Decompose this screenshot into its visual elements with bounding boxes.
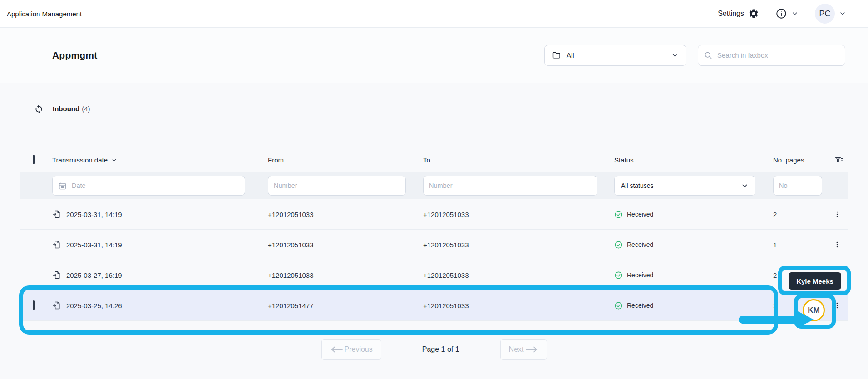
chevron-down-icon — [671, 51, 679, 59]
header-controls: All — [544, 45, 845, 66]
fax-table: Transmission date From To Status No. pag… — [20, 148, 848, 321]
filter-row: All statuses — [20, 172, 848, 199]
column-header-to[interactable]: To — [418, 156, 609, 164]
to-cell: +12012051033 — [418, 271, 609, 279]
sort-chevron-icon — [111, 157, 118, 163]
folder-icon — [552, 51, 561, 60]
row-checkbox[interactable] — [33, 300, 35, 310]
page-info: Page 1 of 1 — [422, 345, 459, 354]
to-filter-input[interactable] — [423, 176, 597, 196]
inbound-label: Inbound — [53, 105, 79, 113]
search-box — [698, 45, 845, 66]
chevron-down-icon — [839, 10, 846, 17]
row-actions-kebab-icon[interactable] — [829, 301, 848, 310]
table-row[interactable]: 2025-03-27, 16:19 +12012051033 +12012051… — [20, 260, 848, 290]
pages-cell: 1 — [768, 241, 829, 249]
settings-button[interactable]: Settings — [718, 8, 759, 19]
pagination: Previous Page 1 of 1 Next — [0, 339, 868, 360]
app-title: Application Management — [7, 10, 82, 18]
from-filter-input[interactable] — [268, 176, 406, 196]
page-title: Appmgmt — [52, 50, 97, 61]
inbound-count: (4) — [82, 105, 90, 113]
inbound-fax-document-icon — [52, 301, 61, 310]
from-cell: +12012051033 — [262, 241, 418, 249]
table-body: 2025-03-31, 14:19 +12012051033 +12012051… — [20, 199, 848, 321]
filter-funnel-icon — [834, 155, 843, 164]
to-cell: +12012051033 — [418, 302, 609, 310]
status-filter-select[interactable]: All statuses — [614, 176, 755, 196]
received-check-icon — [614, 301, 623, 310]
search-icon — [704, 51, 713, 60]
table-row[interactable]: 2025-03-25, 14:26 +12012051477 +12012051… — [20, 290, 848, 321]
row-actions-kebab-icon[interactable] — [829, 210, 848, 218]
status-cell: Received — [609, 241, 768, 249]
inbound-fax-document-icon — [52, 210, 61, 219]
from-cell: +12012051477 — [262, 302, 418, 310]
column-header-date[interactable]: Transmission date — [47, 156, 262, 164]
to-cell: +12012051033 — [418, 211, 609, 218]
topbar-actions: Settings PC — [718, 4, 846, 24]
received-check-icon — [614, 241, 623, 249]
previous-page-button[interactable]: Previous — [321, 339, 381, 360]
gear-icon — [748, 8, 759, 19]
folder-filter-select[interactable]: All — [544, 45, 686, 66]
row-actions-kebab-icon[interactable] — [829, 241, 848, 249]
refresh-icon[interactable] — [34, 104, 44, 114]
table-row[interactable]: 2025-03-31, 14:19 +12012051033 +12012051… — [20, 199, 848, 230]
received-check-icon — [614, 210, 623, 219]
filter-columns-button[interactable] — [829, 155, 850, 164]
status-cell: Received — [609, 301, 768, 310]
next-page-button[interactable]: Next — [500, 339, 547, 360]
app-window: Application Management Settings PC — [0, 0, 868, 379]
transmission-date-cell: 2025-03-31, 14:19 — [47, 210, 262, 219]
topbar: Application Management Settings PC — [0, 0, 868, 28]
inbound-fax-document-icon — [52, 271, 61, 280]
arrow-right-icon — [525, 346, 538, 353]
column-header-from[interactable]: From — [262, 156, 418, 164]
transmission-date-cell: 2025-03-27, 16:19 — [47, 271, 262, 280]
from-cell: +12012051033 — [262, 271, 418, 279]
from-cell: +12012051033 — [262, 211, 418, 218]
calendar-icon — [58, 182, 67, 190]
pages-filter-input[interactable] — [773, 176, 822, 196]
to-cell: +12012051033 — [418, 241, 609, 249]
column-header-pages[interactable]: No. pages — [768, 156, 829, 164]
inbound-fax-document-icon — [52, 240, 61, 249]
profile-menu-button[interactable]: PC — [815, 4, 846, 24]
received-check-icon — [614, 271, 623, 280]
table-row[interactable]: 2025-03-31, 14:19 +12012051033 +12012051… — [20, 230, 848, 260]
section-bar: Inbound(4) — [20, 102, 848, 116]
info-icon — [775, 8, 787, 20]
pages-cell: 2 — [768, 211, 829, 218]
settings-label: Settings — [718, 10, 744, 18]
status-cell: Received — [609, 210, 768, 219]
assignee-tooltip: Kyle Meeks — [789, 272, 841, 290]
page-header: Appmgmt All — [0, 28, 868, 83]
folder-filter-value: All — [567, 51, 666, 59]
chevron-down-icon — [741, 182, 749, 190]
arrow-left-icon — [330, 346, 344, 353]
info-menu-button[interactable] — [775, 8, 799, 20]
avatar: PC — [815, 4, 835, 24]
transmission-date-cell: 2025-03-25, 14:26 — [47, 301, 262, 310]
transmission-date-cell: 2025-03-31, 14:19 — [47, 240, 262, 249]
table-header-row: Transmission date From To Status No. pag… — [20, 148, 848, 172]
section-title: Inbound(4) — [53, 105, 90, 113]
chevron-down-icon — [791, 10, 799, 17]
search-input[interactable] — [717, 51, 839, 59]
select-all-checkbox[interactable] — [33, 155, 35, 164]
date-filter-input[interactable] — [52, 176, 245, 196]
status-filter-value: All statuses — [621, 182, 654, 189]
column-header-status[interactable]: Status — [609, 156, 768, 164]
assignee-avatar[interactable]: KM — [803, 299, 825, 321]
status-cell: Received — [609, 271, 768, 280]
